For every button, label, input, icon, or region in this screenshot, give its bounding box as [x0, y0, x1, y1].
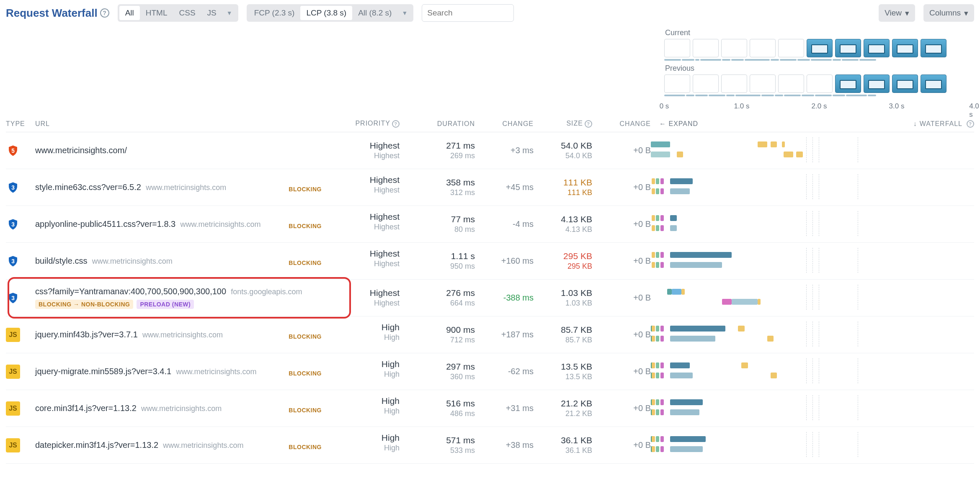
duration-cell: 516 ms486 ms	[400, 395, 475, 421]
filmstrip-frame[interactable]	[664, 75, 690, 93]
wf-chip	[660, 399, 664, 405]
col-priority[interactable]: PRIORITY?	[328, 120, 400, 128]
table-row[interactable]: 3 css?family=Yantramanav:400,700,500,900…	[6, 280, 974, 316]
filmstrip-frame[interactable]	[750, 39, 776, 57]
axis-tick: 2.0 s	[812, 102, 827, 111]
wf-chip	[656, 262, 659, 268]
filmstrip-frame[interactable]	[750, 75, 776, 93]
filmstrip-frame[interactable]	[664, 39, 690, 57]
wf-chip	[656, 252, 659, 258]
columns-button[interactable]: Columns ▾	[923, 4, 974, 22]
help-icon[interactable]: ?	[967, 120, 974, 128]
filmstrip-frame[interactable]	[693, 75, 719, 93]
filter-item[interactable]: CSS	[173, 6, 201, 20]
wf-bar	[771, 141, 777, 147]
waterfall-cell	[651, 432, 974, 458]
filmstrip-frame[interactable]	[778, 75, 804, 93]
change2-cell: +0 B	[592, 395, 651, 421]
table-row[interactable]: 3 applyonline-public4511.css?ver=1.8.3 w…	[6, 206, 974, 243]
duration-cell: 358 ms312 ms	[400, 174, 475, 200]
filmstrip-frame[interactable]	[921, 39, 946, 57]
wf-bar	[732, 299, 758, 305]
priority-prev: High	[328, 370, 400, 379]
type-cell: JS	[6, 358, 35, 385]
css-icon: 3	[6, 254, 20, 268]
table-row[interactable]: JS jquery-migrate.min5589.js?ver=3.4.1 w…	[6, 353, 974, 390]
wf-chip	[652, 409, 655, 415]
table-row[interactable]: 5 www.metricinsights.com/ Highest Highes…	[6, 132, 974, 169]
wf-bar	[670, 178, 693, 184]
wf-bar	[670, 188, 689, 194]
filter-item[interactable]: HTML	[140, 6, 173, 20]
col-size[interactable]: SIZE?	[534, 120, 592, 128]
wf-chip	[656, 336, 659, 342]
wf-chip	[652, 326, 655, 332]
wf-chip	[660, 409, 664, 415]
wf-bar	[670, 409, 699, 415]
search-input[interactable]	[422, 4, 514, 22]
change-cell: +3 ms	[475, 137, 534, 164]
url-text: www.metricinsights.com/	[35, 146, 127, 155]
filter-item[interactable]: All (8.2 s)	[352, 6, 397, 20]
wf-chip	[656, 446, 659, 452]
wf-bar	[670, 373, 693, 378]
filmstrip-frame[interactable]	[864, 39, 890, 57]
table-row[interactable]: JS datepicker.min3f14.js?ver=1.13.2 www.…	[6, 427, 974, 464]
col-waterfall-label[interactable]: WATERFALL	[920, 120, 962, 128]
table-row[interactable]: 3 style.mine63c.css?ver=6.5.2 www.metric…	[6, 169, 974, 206]
filmstrip-frame[interactable]	[892, 75, 918, 93]
filmstrip-frame[interactable]	[864, 75, 890, 93]
axis-tick: 3.0 s	[889, 102, 905, 111]
wf-chip	[660, 436, 664, 442]
wf-bar	[677, 152, 683, 157]
col-url[interactable]: URL	[35, 120, 328, 128]
size-cell: 36.1 KB36.1 KB	[534, 432, 592, 458]
css-icon: 3	[6, 291, 20, 305]
col-change2[interactable]: CHANGE	[592, 120, 651, 128]
table-row[interactable]: JS core.min3f14.js?ver=1.13.2 www.metric…	[6, 390, 974, 427]
filter-item[interactable]: LCP (3.8 s)	[300, 6, 352, 20]
filmstrip-frame[interactable]	[807, 75, 833, 93]
type-cell: JS	[6, 432, 35, 458]
filmstrip-frame[interactable]	[835, 39, 861, 57]
header: Request Waterfall ? AllHTMLCSSJS▼ FCP (2…	[6, 4, 974, 22]
col-type[interactable]: TYPE	[6, 120, 35, 128]
filter-item[interactable]: FCP (2.3 s)	[248, 6, 301, 20]
filmstrip-frame[interactable]	[721, 75, 747, 93]
wf-bar	[670, 436, 706, 442]
chevron-down-icon[interactable]: ▼	[222, 10, 237, 16]
filmstrip-frame[interactable]	[921, 75, 946, 93]
filmstrip-frame[interactable]	[721, 39, 747, 57]
duration-cell: 276 ms664 ms	[400, 285, 475, 311]
view-button[interactable]: View ▾	[879, 4, 915, 22]
help-icon[interactable]: ?	[392, 120, 400, 128]
wf-bar	[670, 362, 689, 368]
filter-item[interactable]: JS	[201, 6, 222, 20]
expand-toggle[interactable]: ← EXPAND	[659, 120, 698, 128]
filmstrip-frame[interactable]	[693, 39, 719, 57]
col-change[interactable]: CHANGE	[475, 120, 534, 128]
filmstrip-frame[interactable]	[892, 39, 918, 57]
url-host: fonts.googleapis.com	[231, 288, 302, 296]
filmstrip-frame[interactable]	[807, 39, 833, 57]
filmstrip-frame[interactable]	[778, 39, 804, 57]
change-cell: +38 ms	[475, 432, 534, 458]
wf-bar	[784, 152, 793, 157]
filmstrip-frame[interactable]	[835, 75, 861, 93]
col-duration[interactable]: DURATION	[400, 120, 475, 128]
filter-item[interactable]: All	[119, 6, 140, 20]
wf-chip	[660, 336, 664, 342]
wf-chip	[652, 446, 655, 452]
wf-chip	[652, 436, 655, 442]
help-icon[interactable]: ?	[585, 120, 592, 128]
url-cell: core.min3f14.js?ver=1.13.2 www.metricins…	[35, 395, 328, 421]
wf-chip	[656, 362, 659, 368]
chevron-down-icon[interactable]: ▼	[397, 10, 412, 16]
help-icon[interactable]: ?	[100, 8, 109, 18]
wf-chip	[652, 178, 655, 184]
change-cell: -62 ms	[475, 358, 534, 385]
type-cell: JS	[6, 321, 35, 348]
wf-chip	[652, 262, 655, 268]
table-row[interactable]: 3 build/style.css www.metricinsights.com…	[6, 243, 974, 280]
table-row[interactable]: JS jquery.minf43b.js?ver=3.7.1 www.metri…	[6, 316, 974, 353]
